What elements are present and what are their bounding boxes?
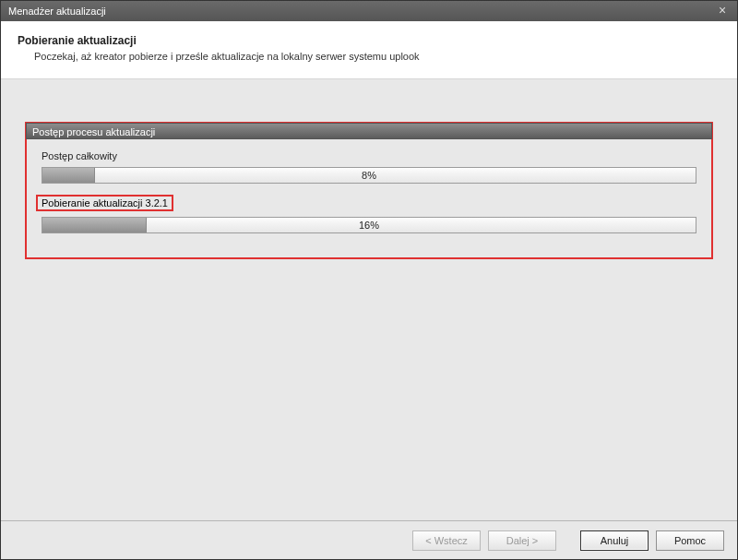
overall-progress-text: 8%: [42, 168, 696, 183]
progress-section-header: Postęp procesu aktualizacji: [26, 123, 712, 139]
help-button[interactable]: Pomoc: [656, 530, 724, 551]
close-icon[interactable]: ×: [715, 4, 730, 18]
download-progress-label: Pobieranie aktualizacji 3.2.1: [36, 195, 173, 211]
button-bar: < Wstecz Dalej > Anuluj Pomoc: [1, 520, 737, 559]
download-progress-group: Pobieranie aktualizacji 3.2.1 16%: [27, 184, 711, 233]
page-body: Postęp procesu aktualizacji Postęp całko…: [1, 79, 737, 520]
back-button: < Wstecz: [412, 530, 481, 551]
overall-progress-group: Postęp całkowity 8%: [27, 139, 711, 184]
download-progress-text: 16%: [42, 218, 696, 232]
window-title: Menadżer aktualizacji: [8, 6, 715, 17]
update-manager-window: Menadżer aktualizacji × Pobieranie aktua…: [0, 0, 738, 560]
next-button: Dalej >: [488, 530, 556, 551]
content-area: Pobieranie aktualizacji Poczekaj, aż kre…: [1, 21, 737, 559]
download-progress-bar: 16%: [42, 217, 696, 233]
titlebar: Menadżer aktualizacji ×: [1, 1, 737, 21]
page-subtitle: Poczekaj, aż kreator pobierze i prześle …: [18, 51, 720, 62]
overall-progress-bar: 8%: [42, 167, 696, 184]
cancel-button[interactable]: Anuluj: [580, 530, 649, 551]
overall-progress-label: Postęp całkowity: [42, 150, 696, 161]
page-title: Pobieranie aktualizacji: [18, 34, 720, 47]
progress-section-highlight: Postęp procesu aktualizacji Postęp całko…: [25, 122, 713, 259]
page-header: Pobieranie aktualizacji Poczekaj, aż kre…: [1, 21, 737, 79]
